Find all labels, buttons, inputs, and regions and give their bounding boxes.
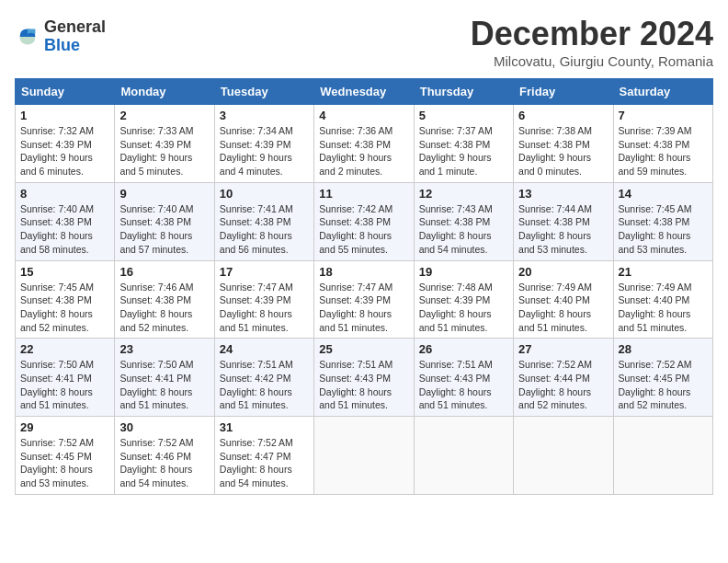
day-number: 28 xyxy=(619,342,708,356)
day-number: 29 xyxy=(20,420,109,434)
table-row: 4 Sunrise: 7:36 AMSunset: 4:38 PMDayligh… xyxy=(314,105,414,183)
table-row: 5 Sunrise: 7:37 AMSunset: 4:38 PMDayligh… xyxy=(414,105,513,183)
table-row: 13 Sunrise: 7:44 AMSunset: 4:38 PMDaylig… xyxy=(514,182,613,260)
table-row: 31 Sunrise: 7:52 AMSunset: 4:47 PMDaylig… xyxy=(214,417,313,495)
day-info: Sunrise: 7:40 AMSunset: 4:38 PMDaylight:… xyxy=(119,202,209,257)
table-row: 12 Sunrise: 7:43 AMSunset: 4:38 PMDaylig… xyxy=(414,182,513,260)
logo-icon xyxy=(15,24,40,50)
table-row: 16 Sunrise: 7:46 AMSunset: 4:38 PMDaylig… xyxy=(115,260,214,339)
table-row: 19 Sunrise: 7:48 AMSunset: 4:39 PMDaylig… xyxy=(414,260,513,339)
day-info: Sunrise: 7:37 AMSunset: 4:38 PMDaylight:… xyxy=(419,124,508,178)
table-row: 23 Sunrise: 7:50 AMSunset: 4:41 PMDaylig… xyxy=(115,339,214,417)
month-title: December 2024 xyxy=(471,15,713,53)
page-header: General Blue December 2024 Milcovatu, Gi… xyxy=(15,15,713,69)
logo-general-text: General xyxy=(44,18,106,37)
day-number: 14 xyxy=(619,187,708,201)
day-info: Sunrise: 7:34 AMSunset: 4:39 PMDaylight:… xyxy=(220,124,309,178)
day-number: 22 xyxy=(20,342,109,356)
calendar-table: Sunday Monday Tuesday Wednesday Thursday… xyxy=(15,78,713,495)
day-info: Sunrise: 7:52 AMSunset: 4:45 PMDaylight:… xyxy=(20,436,109,490)
day-info: Sunrise: 7:52 AMSunset: 4:44 PMDaylight:… xyxy=(518,358,608,412)
logo: General Blue xyxy=(15,18,106,55)
table-row: 6 Sunrise: 7:38 AMSunset: 4:38 PMDayligh… xyxy=(514,105,613,183)
day-info: Sunrise: 7:50 AMSunset: 4:41 PMDaylight:… xyxy=(119,358,209,412)
header-tuesday: Tuesday xyxy=(214,79,313,105)
day-info: Sunrise: 7:38 AMSunset: 4:38 PMDaylight:… xyxy=(518,124,608,178)
day-info: Sunrise: 7:41 AMSunset: 4:38 PMDaylight:… xyxy=(220,202,309,257)
table-row: 30 Sunrise: 7:52 AMSunset: 4:46 PMDaylig… xyxy=(115,417,214,495)
day-number: 23 xyxy=(119,342,209,356)
day-info: Sunrise: 7:44 AMSunset: 4:38 PMDaylight:… xyxy=(518,202,608,257)
table-row: 2 Sunrise: 7:33 AMSunset: 4:39 PMDayligh… xyxy=(115,105,214,183)
day-number: 10 xyxy=(220,187,309,201)
table-row: 7 Sunrise: 7:39 AMSunset: 4:38 PMDayligh… xyxy=(613,105,712,183)
day-info: Sunrise: 7:33 AMSunset: 4:39 PMDaylight:… xyxy=(119,124,209,178)
table-row: 26 Sunrise: 7:51 AMSunset: 4:43 PMDaylig… xyxy=(414,339,513,417)
table-row: 21 Sunrise: 7:49 AMSunset: 4:40 PMDaylig… xyxy=(613,260,712,339)
day-number: 2 xyxy=(119,109,209,122)
day-number: 6 xyxy=(518,109,608,122)
calendar-row: 8 Sunrise: 7:40 AMSunset: 4:38 PMDayligh… xyxy=(16,182,713,260)
day-info: Sunrise: 7:52 AMSunset: 4:47 PMDaylight:… xyxy=(220,436,309,490)
day-number: 31 xyxy=(220,420,309,434)
day-info: Sunrise: 7:50 AMSunset: 4:41 PMDaylight:… xyxy=(20,358,109,412)
day-info: Sunrise: 7:45 AMSunset: 4:38 PMDaylight:… xyxy=(619,202,708,257)
day-number: 26 xyxy=(419,342,508,356)
table-row xyxy=(314,417,414,495)
header-friday: Friday xyxy=(514,79,613,105)
day-number: 15 xyxy=(20,265,109,279)
day-number: 25 xyxy=(319,342,408,356)
table-row: 10 Sunrise: 7:41 AMSunset: 4:38 PMDaylig… xyxy=(214,182,313,260)
title-section: December 2024 Milcovatu, Giurgiu County,… xyxy=(471,15,713,69)
calendar-row: 15 Sunrise: 7:45 AMSunset: 4:38 PMDaylig… xyxy=(16,260,713,339)
header-saturday: Saturday xyxy=(613,79,712,105)
day-info: Sunrise: 7:32 AMSunset: 4:39 PMDaylight:… xyxy=(20,124,109,178)
day-number: 5 xyxy=(419,109,508,122)
logo-blue-text: Blue xyxy=(44,37,106,55)
logo-text: General Blue xyxy=(44,18,106,55)
day-info: Sunrise: 7:52 AMSunset: 4:45 PMDaylight:… xyxy=(619,358,708,412)
table-row: 22 Sunrise: 7:50 AMSunset: 4:41 PMDaylig… xyxy=(16,339,115,417)
day-number: 1 xyxy=(20,109,109,122)
day-number: 19 xyxy=(419,265,508,279)
day-info: Sunrise: 7:47 AMSunset: 4:39 PMDaylight:… xyxy=(220,281,309,335)
day-number: 8 xyxy=(20,187,109,201)
day-info: Sunrise: 7:51 AMSunset: 4:43 PMDaylight:… xyxy=(319,358,408,412)
table-row xyxy=(613,417,712,495)
table-row: 28 Sunrise: 7:52 AMSunset: 4:45 PMDaylig… xyxy=(613,339,712,417)
table-row: 3 Sunrise: 7:34 AMSunset: 4:39 PMDayligh… xyxy=(214,105,313,183)
calendar-row: 22 Sunrise: 7:50 AMSunset: 4:41 PMDaylig… xyxy=(16,339,713,417)
table-row xyxy=(514,417,613,495)
day-info: Sunrise: 7:36 AMSunset: 4:38 PMDaylight:… xyxy=(319,124,408,178)
day-number: 24 xyxy=(220,342,309,356)
day-info: Sunrise: 7:49 AMSunset: 4:40 PMDaylight:… xyxy=(518,281,608,335)
table-row: 1 Sunrise: 7:32 AMSunset: 4:39 PMDayligh… xyxy=(16,105,115,183)
table-row: 20 Sunrise: 7:49 AMSunset: 4:40 PMDaylig… xyxy=(514,260,613,339)
day-info: Sunrise: 7:39 AMSunset: 4:38 PMDaylight:… xyxy=(619,124,708,178)
day-info: Sunrise: 7:43 AMSunset: 4:38 PMDaylight:… xyxy=(419,202,508,257)
day-number: 4 xyxy=(319,109,408,122)
day-info: Sunrise: 7:51 AMSunset: 4:42 PMDaylight:… xyxy=(220,358,309,412)
table-row: 29 Sunrise: 7:52 AMSunset: 4:45 PMDaylig… xyxy=(16,417,115,495)
day-info: Sunrise: 7:52 AMSunset: 4:46 PMDaylight:… xyxy=(119,436,209,490)
day-info: Sunrise: 7:51 AMSunset: 4:43 PMDaylight:… xyxy=(419,358,508,412)
day-info: Sunrise: 7:48 AMSunset: 4:39 PMDaylight:… xyxy=(419,281,508,335)
table-row xyxy=(414,417,513,495)
calendar-row: 29 Sunrise: 7:52 AMSunset: 4:45 PMDaylig… xyxy=(16,417,713,495)
table-row: 18 Sunrise: 7:47 AMSunset: 4:39 PMDaylig… xyxy=(314,260,414,339)
table-row: 27 Sunrise: 7:52 AMSunset: 4:44 PMDaylig… xyxy=(514,339,613,417)
day-number: 18 xyxy=(319,265,408,279)
day-number: 13 xyxy=(518,187,608,201)
day-info: Sunrise: 7:46 AMSunset: 4:38 PMDaylight:… xyxy=(119,281,209,335)
day-info: Sunrise: 7:45 AMSunset: 4:38 PMDaylight:… xyxy=(20,281,109,335)
table-row: 15 Sunrise: 7:45 AMSunset: 4:38 PMDaylig… xyxy=(16,260,115,339)
table-row: 9 Sunrise: 7:40 AMSunset: 4:38 PMDayligh… xyxy=(115,182,214,260)
location-subtitle: Milcovatu, Giurgiu County, Romania xyxy=(471,53,713,69)
day-info: Sunrise: 7:42 AMSunset: 4:38 PMDaylight:… xyxy=(319,202,408,257)
day-number: 20 xyxy=(518,265,608,279)
table-row: 8 Sunrise: 7:40 AMSunset: 4:38 PMDayligh… xyxy=(16,182,115,260)
table-row: 11 Sunrise: 7:42 AMSunset: 4:38 PMDaylig… xyxy=(314,182,414,260)
day-number: 16 xyxy=(119,265,209,279)
header-wednesday: Wednesday xyxy=(314,79,414,105)
day-number: 17 xyxy=(220,265,309,279)
